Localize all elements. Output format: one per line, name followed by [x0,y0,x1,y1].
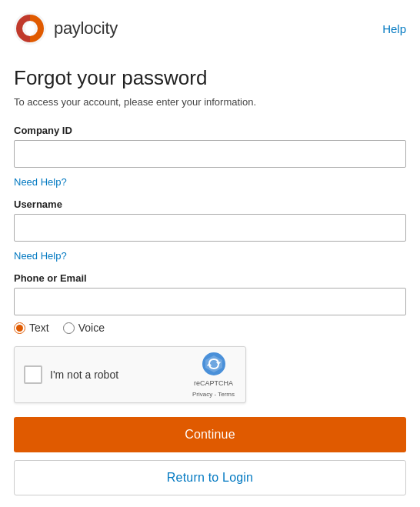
recaptcha-logo-icon [202,352,226,376]
recaptcha-checkbox[interactable] [24,365,42,384]
phone-email-group: Phone or Email [14,272,406,315]
company-id-group: Company ID [14,125,406,168]
radio-group: Text Voice [14,322,406,334]
svg-point-1 [25,22,35,35]
radio-text-input[interactable] [14,322,25,334]
page-wrapper: paylocity Help Forgot your password To a… [0,0,420,507]
radio-text-label[interactable]: Text [14,322,49,334]
recaptcha-brand: reCAPTCHA [194,379,233,388]
continue-button[interactable]: Continue [14,417,406,452]
page-subtitle: To access your account, please enter you… [14,96,406,108]
radio-voice-input[interactable] [63,322,75,334]
recaptcha-text: I'm not a robot [50,369,118,381]
radio-voice-label[interactable]: Voice [63,322,105,334]
return-to-login-button[interactable]: Return to Login [14,460,406,495]
username-group: Username [14,198,406,242]
recaptcha-left: I'm not a robot [24,365,118,384]
phone-email-label: Phone or Email [14,272,406,284]
logo-text: paylocity [54,18,118,38]
recaptcha-box[interactable]: I'm not a robot reCAPTCHA Privacy - Term… [14,346,246,403]
recaptcha-right: reCAPTCHA Privacy - Terms [192,352,235,398]
radio-voice-span: Voice [78,322,105,334]
recaptcha-links: Privacy - Terms [192,391,235,398]
page-title: Forgot your password [14,66,406,90]
main-content: Forgot your password To access your acco… [0,52,420,507]
logo-area: paylocity [14,12,118,45]
username-label: Username [14,198,406,210]
header: paylocity Help [0,0,420,52]
radio-text-span: Text [29,322,49,334]
company-id-input[interactable] [14,140,406,168]
username-need-help-link[interactable]: Need Help? [14,250,67,262]
phone-email-input[interactable] [14,288,406,315]
help-link[interactable]: Help [382,22,406,35]
paylocity-logo-icon [14,12,46,45]
username-input[interactable] [14,214,406,242]
company-id-label: Company ID [14,125,406,136]
company-id-need-help-link[interactable]: Need Help? [14,176,67,188]
